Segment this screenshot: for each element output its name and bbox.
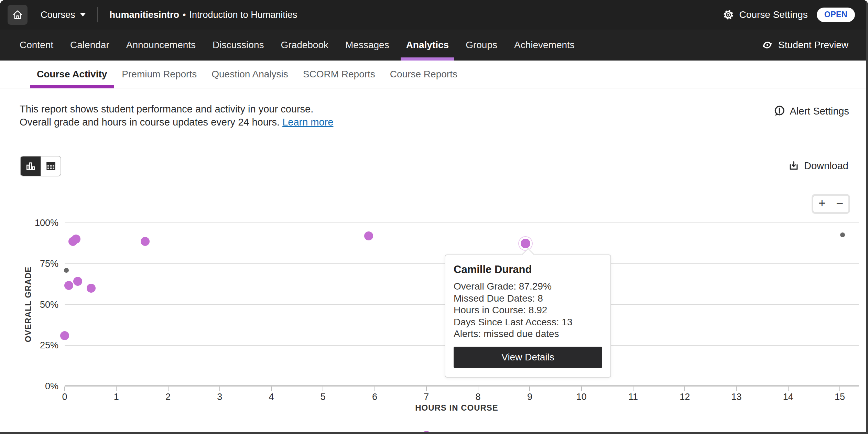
student-preview-refresh-icon xyxy=(761,39,773,51)
course-settings-button[interactable]: Course Settings xyxy=(722,9,808,21)
data-point[interactable] xyxy=(87,284,96,293)
y-axis-title: OVERALL GRADE xyxy=(23,267,33,343)
tooltip-line: Hours in Course: 8.92 xyxy=(454,304,602,316)
course-navbar: ContentCalendarAnnouncementsDiscussionsG… xyxy=(0,30,868,61)
data-point[interactable] xyxy=(60,331,69,340)
subtab-course-reports[interactable]: Course Reports xyxy=(390,61,457,88)
course-settings-label: Course Settings xyxy=(739,9,808,20)
y-tick-label: 0% xyxy=(0,381,58,392)
report-info-line2-text: Overall grade and hours in course update… xyxy=(20,117,280,128)
analytics-subtabs: Course ActivityPremium ReportsQuestion A… xyxy=(37,61,457,88)
x-tick-label: 14 xyxy=(776,392,800,402)
report-info-line2: Overall grade and hours in course update… xyxy=(20,116,848,129)
subtab-premium-reports[interactable]: Premium Reports xyxy=(122,61,197,88)
zoom-in-button[interactable]: + xyxy=(813,196,831,212)
view-toolbar: Download xyxy=(20,156,848,176)
chart-zoom-controls: + − xyxy=(812,194,850,214)
subtab-course-activity[interactable]: Course Activity xyxy=(37,61,107,88)
x-tick-mark xyxy=(478,387,478,391)
x-tick-label: 7 xyxy=(414,392,438,402)
subtab-question-analysis[interactable]: Question Analysis xyxy=(211,61,288,88)
data-point-highlighted[interactable] xyxy=(521,239,530,248)
table-view-toggle-button[interactable] xyxy=(41,156,61,176)
home-icon xyxy=(12,9,23,21)
x-axis-line xyxy=(65,385,859,387)
x-tick-mark xyxy=(788,387,789,391)
data-point[interactable] xyxy=(141,237,150,246)
x-tick-label: 8 xyxy=(466,392,490,402)
view-toggle-group xyxy=(20,156,61,176)
nav-tab-announcements[interactable]: Announcements xyxy=(126,30,196,61)
gridline xyxy=(65,223,859,223)
data-point-muted[interactable] xyxy=(64,268,69,273)
open-badge: OPEN xyxy=(817,8,855,22)
tooltip-details: Overall Grade: 87.29%Missed Due Dates: 8… xyxy=(454,281,602,340)
nav-tab-content[interactable]: Content xyxy=(20,30,53,61)
nav-tab-discussions[interactable]: Discussions xyxy=(213,30,264,61)
data-point[interactable] xyxy=(364,231,373,240)
view-details-button[interactable]: View Details xyxy=(454,347,602,368)
page: Courses humanitiesintro • Introduction t… xyxy=(0,0,868,434)
data-point[interactable] xyxy=(72,235,80,243)
x-tick-label: 5 xyxy=(311,392,335,402)
analytics-subtabs-row: Course ActivityPremium ReportsQuestion A… xyxy=(0,61,868,88)
chart-view-toggle-button[interactable] xyxy=(21,156,41,176)
x-tick-mark xyxy=(426,387,427,391)
x-tick-label: 12 xyxy=(673,392,697,402)
nav-tabs: ContentCalendarAnnouncementsDiscussionsG… xyxy=(20,30,575,61)
x-tick-mark xyxy=(581,387,582,391)
report-info: This report shows student performance an… xyxy=(0,88,868,129)
nav-tab-groups[interactable]: Groups xyxy=(466,30,497,61)
x-tick-mark xyxy=(375,387,375,391)
home-button[interactable] xyxy=(8,5,28,25)
course-code: humanitiesintro xyxy=(110,10,180,20)
data-point[interactable] xyxy=(73,277,82,286)
download-icon xyxy=(788,160,800,172)
x-tick-label: 15 xyxy=(828,392,852,402)
window-right-edge xyxy=(866,0,868,434)
window-bottom-edge xyxy=(0,432,868,434)
tooltip-student-name: Camille Durand xyxy=(454,263,602,276)
tooltip-caret xyxy=(521,248,534,261)
student-preview-button[interactable]: Student Preview xyxy=(761,30,848,61)
topbar-divider xyxy=(97,7,98,22)
x-tick-label: 0 xyxy=(53,392,77,402)
subtab-scorm-reports[interactable]: SCORM Reports xyxy=(303,61,375,88)
report-info-line1: This report shows student performance an… xyxy=(20,102,848,116)
x-tick-mark xyxy=(323,387,323,391)
courses-menu-label: Courses xyxy=(41,10,75,20)
nav-tab-messages[interactable]: Messages xyxy=(345,30,389,61)
alert-icon xyxy=(773,105,785,117)
x-tick-label: 6 xyxy=(363,392,387,402)
nav-tab-calendar[interactable]: Calendar xyxy=(70,30,109,61)
x-tick-mark xyxy=(168,387,169,391)
nav-tab-analytics[interactable]: Analytics xyxy=(406,30,449,61)
learn-more-link[interactable]: Learn more xyxy=(282,117,333,128)
download-button[interactable]: Download xyxy=(788,160,848,172)
courses-menu-button[interactable]: Courses xyxy=(41,10,86,20)
topbar: Courses humanitiesintro • Introduction t… xyxy=(0,0,868,30)
tooltip-line: Overall Grade: 87.29% xyxy=(454,281,602,293)
x-tick-label: 3 xyxy=(208,392,232,402)
x-tick-mark xyxy=(271,387,272,391)
x-tick-mark xyxy=(116,387,117,391)
alert-settings-button[interactable]: Alert Settings xyxy=(773,105,849,117)
data-point-tooltip: Camille Durand Overall Grade: 87.29%Miss… xyxy=(445,254,611,378)
x-tick-mark xyxy=(633,387,633,391)
download-label: Download xyxy=(804,160,848,172)
x-tick-label: 1 xyxy=(104,392,128,402)
data-point[interactable] xyxy=(64,281,73,290)
course-title-text: Introduction to Humanities xyxy=(189,10,297,20)
nav-tab-gradebook[interactable]: Gradebook xyxy=(281,30,328,61)
course-title-separator: • xyxy=(183,10,186,20)
data-point-muted[interactable] xyxy=(840,232,845,237)
y-tick-label: 25% xyxy=(0,340,58,351)
x-tick-mark xyxy=(64,387,65,391)
zoom-out-button[interactable]: − xyxy=(831,196,849,212)
x-tick-label: 13 xyxy=(724,392,748,402)
nav-tab-achievements[interactable]: Achievements xyxy=(514,30,575,61)
x-tick-label: 11 xyxy=(621,392,645,402)
y-tick-label: 50% xyxy=(0,299,58,310)
tooltip-line: Missed Due Dates: 8 xyxy=(454,293,602,305)
x-tick-label: 10 xyxy=(569,392,594,402)
